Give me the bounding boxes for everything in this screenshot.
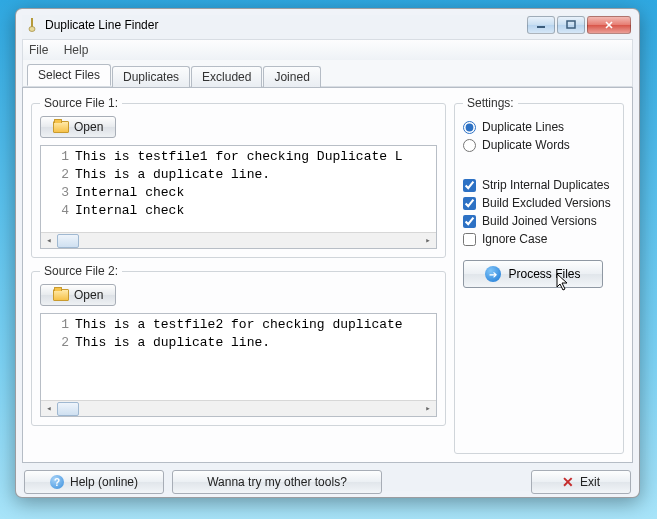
file1-line: This is a duplicate line. xyxy=(75,166,270,184)
check-build-joined-input[interactable] xyxy=(463,215,476,228)
radio-duplicate-lines-input[interactable] xyxy=(463,121,476,134)
bottom-bar: ? Help (online) Wanna try my other tools… xyxy=(22,463,633,494)
check-build-excluded-input[interactable] xyxy=(463,197,476,210)
check-strip-internal[interactable]: Strip Internal Duplicates xyxy=(463,178,615,192)
tab-excluded[interactable]: Excluded xyxy=(191,66,262,87)
tab-select-files[interactable]: Select Files xyxy=(27,64,111,86)
folder-icon xyxy=(53,289,69,301)
open-file-2-button[interactable]: Open xyxy=(40,284,116,306)
window-controls xyxy=(527,16,631,34)
tabbar: Select Files Duplicates Excluded Joined xyxy=(22,60,633,87)
file1-line: This is testfile1 for checking Duplicate… xyxy=(75,148,403,166)
tab-joined[interactable]: Joined xyxy=(263,66,320,87)
source-file-2-legend: Source File 2: xyxy=(40,264,122,278)
file2-line: This is a testfile2 for checking duplica… xyxy=(75,316,403,334)
menu-help[interactable]: Help xyxy=(64,43,89,57)
radio-duplicate-words-input[interactable] xyxy=(463,139,476,152)
svg-rect-2 xyxy=(537,26,545,28)
tab-duplicates[interactable]: Duplicates xyxy=(112,66,190,87)
source-file-1-legend: Source File 1: xyxy=(40,96,122,110)
minimize-button[interactable] xyxy=(527,16,555,34)
svg-point-1 xyxy=(29,27,35,32)
open-file-1-label: Open xyxy=(74,120,103,134)
file1-line: Internal check xyxy=(75,202,184,220)
svg-rect-0 xyxy=(31,18,33,27)
settings-legend: Settings: xyxy=(463,96,518,110)
arrow-right-circle-icon: ➔ xyxy=(485,266,501,282)
titlebar[interactable]: Duplicate Line Finder xyxy=(22,15,633,39)
tab-content: Source File 1: Open 1This is testfile1 f… xyxy=(22,87,633,463)
file2-line: This is a duplicate line. xyxy=(75,334,270,352)
app-icon xyxy=(24,17,40,33)
right-column: Settings: Duplicate Lines Duplicate Word… xyxy=(454,96,624,454)
file1-hscrollbar[interactable]: ◂ ▸ xyxy=(41,232,436,248)
radio-duplicate-words[interactable]: Duplicate Words xyxy=(463,138,615,152)
folder-icon xyxy=(53,121,69,133)
file2-hscrollbar[interactable]: ◂ ▸ xyxy=(41,400,436,416)
maximize-button[interactable] xyxy=(557,16,585,34)
scroll-right-icon[interactable]: ▸ xyxy=(420,401,436,417)
process-files-label: Process Files xyxy=(508,267,580,281)
menubar: File Help xyxy=(22,39,633,60)
open-file-2-label: Open xyxy=(74,288,103,302)
check-strip-internal-input[interactable] xyxy=(463,179,476,192)
check-build-excluded[interactable]: Build Excluded Versions xyxy=(463,196,615,210)
check-build-joined[interactable]: Build Joined Versions xyxy=(463,214,615,228)
check-ignore-case[interactable]: Ignore Case xyxy=(463,232,615,246)
check-ignore-case-input[interactable] xyxy=(463,233,476,246)
source-file-2-group: Source File 2: Open 1This is a testfile2… xyxy=(31,264,446,426)
help-online-button[interactable]: ? Help (online) xyxy=(24,470,164,494)
process-files-button[interactable]: ➔ Process Files xyxy=(463,260,603,288)
close-button[interactable] xyxy=(587,16,631,34)
radio-duplicate-lines[interactable]: Duplicate Lines xyxy=(463,120,615,134)
scroll-left-icon[interactable]: ◂ xyxy=(41,233,57,249)
app-window: Duplicate Line Finder File Help Select F… xyxy=(15,8,640,498)
close-x-icon: ✕ xyxy=(562,475,574,489)
source-file-1-viewer[interactable]: 1This is testfile1 for checking Duplicat… xyxy=(40,145,437,249)
menu-file[interactable]: File xyxy=(29,43,48,57)
source-file-1-group: Source File 1: Open 1This is testfile1 f… xyxy=(31,96,446,258)
window-title: Duplicate Line Finder xyxy=(45,18,158,32)
scroll-right-icon[interactable]: ▸ xyxy=(420,233,436,249)
exit-button[interactable]: ✕ Exit xyxy=(531,470,631,494)
other-tools-button[interactable]: Wanna try my other tools? xyxy=(172,470,382,494)
scroll-left-icon[interactable]: ◂ xyxy=(41,401,57,417)
settings-group: Settings: Duplicate Lines Duplicate Word… xyxy=(454,96,624,454)
left-column: Source File 1: Open 1This is testfile1 f… xyxy=(31,96,446,454)
file1-line: Internal check xyxy=(75,184,184,202)
source-file-2-viewer[interactable]: 1This is a testfile2 for checking duplic… xyxy=(40,313,437,417)
open-file-1-button[interactable]: Open xyxy=(40,116,116,138)
svg-rect-3 xyxy=(567,21,575,28)
help-icon: ? xyxy=(50,475,64,489)
